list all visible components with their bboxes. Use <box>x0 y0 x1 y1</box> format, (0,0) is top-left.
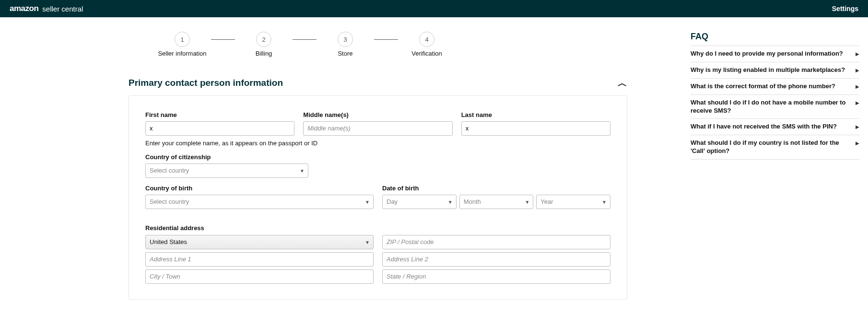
citizenship-select[interactable]: Select country ▼ <box>145 164 308 178</box>
dob-year-select[interactable]: Year ▼ <box>536 195 610 209</box>
section-toggle[interactable]: Primary contact person information ︿ <box>129 77 627 95</box>
faq-question: What if I have not received the SMS with… <box>691 123 851 131</box>
dob-day-value: Day <box>382 195 457 209</box>
faq-question: Why is my listing enabled in multiple ma… <box>691 66 851 74</box>
chevron-up-icon: ︿ <box>618 77 627 90</box>
step-number: 4 <box>419 32 434 47</box>
step-connector <box>211 39 235 40</box>
faq-item[interactable]: Why do I need to provide my personal inf… <box>691 46 859 62</box>
middle-name-label: Middle name(s) <box>303 111 452 118</box>
step-verification[interactable]: 4 Verification <box>398 32 456 58</box>
address-country-select[interactable]: United States ▼ <box>145 235 374 249</box>
first-name-label: First name <box>145 111 294 118</box>
settings-link[interactable]: Settings <box>832 5 858 12</box>
caret-right-icon: ▶ <box>856 84 859 89</box>
citizenship-label: Country of citizenship <box>145 153 308 161</box>
step-label: Verification <box>411 50 442 58</box>
step-seller-info[interactable]: 1 Seller information <box>153 32 211 58</box>
city-input[interactable] <box>145 269 374 284</box>
dob-month-value: Month <box>459 195 534 209</box>
last-name-label: Last name <box>461 111 610 118</box>
step-number: 3 <box>338 32 353 47</box>
step-connector <box>293 39 317 40</box>
faq-question: What should I do if my country is not li… <box>691 139 851 155</box>
address-label: Residential address <box>145 224 204 232</box>
state-input[interactable] <box>382 269 610 284</box>
birth-country-value: Select country <box>145 195 374 209</box>
faq-item[interactable]: What if I have not received the SMS with… <box>691 119 859 135</box>
dob-label: Date of birth <box>382 185 610 192</box>
logo-amazon-text: amazon <box>10 4 38 13</box>
faq-item[interactable]: What should I do if my country is not li… <box>691 135 859 160</box>
step-connector <box>374 39 398 40</box>
first-name-input[interactable] <box>145 121 294 136</box>
progress-stepper: 1 Seller information 2 Billing 3 Store 4… <box>153 32 627 58</box>
last-name-input[interactable] <box>461 121 610 136</box>
step-label: Billing <box>256 50 272 58</box>
birth-country-select[interactable]: Select country ▼ <box>145 195 374 209</box>
faq-question: What should I do if I do not have a mobi… <box>691 99 851 115</box>
birth-country-label: Country of birth <box>145 185 374 192</box>
caret-right-icon: ▶ <box>856 100 859 105</box>
step-store[interactable]: 3 Store <box>317 32 374 58</box>
form-card: First name Middle name(s) Last name Ente… <box>129 95 627 300</box>
step-label: Seller information <box>158 50 206 58</box>
citizenship-value: Select country <box>145 164 308 178</box>
step-number: 2 <box>256 32 271 47</box>
section-title: Primary contact person information <box>129 78 283 88</box>
step-billing[interactable]: 2 Billing <box>235 32 293 58</box>
caret-right-icon: ▶ <box>856 124 859 129</box>
address-country-value: United States <box>145 235 374 249</box>
step-label: Store <box>338 50 352 58</box>
faq-item[interactable]: What should I do if I do not have a mobi… <box>691 95 859 119</box>
faq-item[interactable]: Why is my listing enabled in multiple ma… <box>691 62 859 79</box>
zip-input[interactable] <box>382 235 610 249</box>
address-line1-input[interactable] <box>145 252 374 267</box>
top-header: amazon seller central Settings <box>0 0 868 17</box>
dob-day-select[interactable]: Day ▼ <box>382 195 457 209</box>
faq-item[interactable]: What is the correct format of the phone … <box>691 79 859 95</box>
dob-year-value: Year <box>536 195 610 209</box>
step-number: 1 <box>175 32 190 47</box>
logo-seller-central-text: seller central <box>42 5 83 13</box>
main-content: 1 Seller information 2 Billing 3 Store 4… <box>129 17 627 300</box>
address-line2-input[interactable] <box>382 252 610 267</box>
name-help-text: Enter your complete name, as it appears … <box>145 140 610 147</box>
caret-right-icon: ▶ <box>856 51 859 57</box>
faq-title: FAQ <box>691 32 859 46</box>
middle-name-input[interactable] <box>303 121 452 136</box>
caret-right-icon: ▶ <box>856 140 859 146</box>
dob-month-select[interactable]: Month ▼ <box>459 195 534 209</box>
logo[interactable]: amazon seller central <box>10 4 83 13</box>
faq-panel: FAQ Why do I need to provide my personal… <box>691 17 868 300</box>
faq-question: What is the correct format of the phone … <box>691 82 851 91</box>
faq-question: Why do I need to provide my personal inf… <box>691 50 851 58</box>
caret-right-icon: ▶ <box>856 68 859 73</box>
